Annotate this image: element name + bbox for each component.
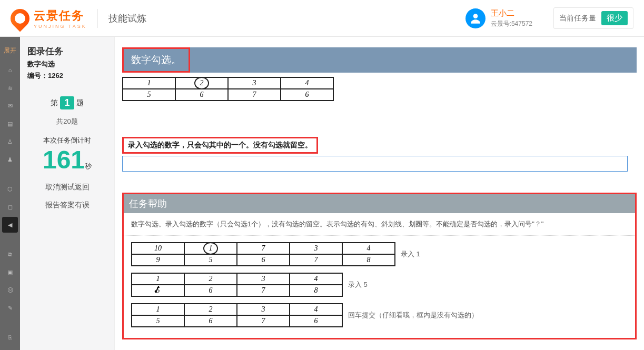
task-type: 数字勾选	[27, 59, 107, 69]
total-questions: 共20题	[27, 117, 107, 126]
help-description: 数字勾选。录入勾选的数字（只会勾选1个），没有勾选的留空。表示勾选的有勾、斜划线…	[124, 213, 635, 236]
prompt-text: 录入勾选的数字，只会勾其中的一个。没有勾选就留空。	[122, 137, 318, 154]
help-title: 任务帮助	[124, 194, 635, 213]
help-example-1: 10 1 7 3 4 9 5 6 7 8 录入 1	[124, 236, 635, 266]
logo-main-text: 云景任务	[34, 8, 87, 24]
face-icon[interactable]: ☹	[2, 282, 18, 298]
grid-cell: 6	[175, 89, 228, 101]
help-example-3: 1 2 3 4 5 6 7 6 回车提交（仔细看哦，框内是没有勾选的）	[124, 297, 635, 327]
chart-icon[interactable]: ⧉	[2, 246, 18, 262]
topbar: 云景任务 YUNJING TASK 技能试炼 王小二 云景号:547572 当前…	[0, 0, 644, 37]
collapse-icon[interactable]: ◀	[2, 217, 18, 233]
grid-cell: 7	[228, 89, 281, 101]
side-title: 图录任务	[27, 45, 107, 57]
divider	[97, 9, 98, 28]
home-icon[interactable]: ⌂	[2, 62, 18, 78]
user-id: 云景号:547572	[491, 19, 532, 28]
grid-cell: 1	[123, 77, 175, 89]
help-panel: 任务帮助 数字勾选。录入勾选的数字（只会勾选1个），没有勾选的留空。表示勾选的有…	[122, 193, 637, 339]
sidebar: 图录任务 数字勾选 编号：1262 第 1 题 共20题 本次任务倒计时 161…	[20, 37, 115, 350]
edit-icon[interactable]: ✎	[2, 300, 18, 316]
doc-icon[interactable]: ▤	[2, 116, 18, 132]
help-hint: 录入 5	[348, 280, 368, 289]
mail-icon[interactable]: ✉	[2, 98, 18, 114]
task-load-badge: 很少	[601, 11, 628, 25]
grid-cell: 3	[228, 77, 281, 89]
box-icon[interactable]: ◻	[2, 199, 18, 215]
user-block[interactable]: 王小二 云景号:547572	[465, 8, 532, 28]
exit-icon[interactable]: ⎘	[2, 329, 18, 345]
help-example-2: 1 2 3 4 5 6 7 8 录入 5	[124, 266, 635, 297]
layers-icon[interactable]: ≋	[2, 80, 18, 96]
task-load-box: 当前任务量 很少	[553, 7, 633, 29]
countdown-value: 161	[43, 145, 85, 174]
page-title: 技能试炼	[108, 12, 146, 25]
shield-icon[interactable]: ⬡	[2, 181, 18, 197]
grid-cell: 6	[281, 89, 333, 101]
countdown-unit: 秒	[85, 162, 92, 170]
svg-point-0	[473, 14, 478, 18]
users-icon[interactable]: ♟	[2, 152, 18, 167]
cancel-test-link[interactable]: 取消测试返回	[27, 183, 107, 192]
logo-sub-text: YUNJING TASK	[34, 24, 87, 29]
monitor-icon[interactable]: ▣	[2, 264, 18, 280]
answer-input[interactable]	[122, 156, 628, 172]
grid-cell: 4	[281, 77, 333, 89]
logo[interactable]: 云景任务 YUNJING TASK	[11, 8, 87, 29]
countdown-label: 本次任务倒计时	[27, 136, 107, 145]
nav-rail: 展开 ⌂ ≋ ✉ ▤ ♙ ♟ ⬡ ◻ ◀ ⧉ ▣ ☹ ✎ ⎘	[0, 37, 20, 350]
question-grid: 1 2 3 4 5 6 7 6	[122, 77, 334, 101]
help-hint: 录入 1	[401, 249, 420, 259]
avatar-icon	[465, 8, 486, 28]
question-number-badge: 1	[60, 96, 74, 109]
task-number: 编号：1262	[27, 71, 107, 81]
report-answer-link[interactable]: 报告答案有误	[27, 201, 107, 210]
main-panel: 数字勾选。 1 2 3 4 5 6 7 6 录入勾选的数字，只会勾其中的一个。没…	[115, 37, 644, 350]
task-load-label: 当前任务量	[559, 14, 596, 23]
user-name: 王小二	[491, 8, 532, 18]
flame-icon	[7, 5, 34, 32]
grid-cell: 5	[123, 89, 175, 101]
help-hint: 回车提交（仔细看哦，框内是没有勾选的）	[348, 311, 478, 320]
rail-expand[interactable]: 展开	[2, 41, 18, 60]
question-indicator: 第 1 题	[51, 96, 83, 109]
user-icon[interactable]: ♙	[2, 134, 18, 149]
section-title: 数字勾选。	[122, 47, 190, 73]
grid-cell-circled: 2	[175, 77, 228, 89]
